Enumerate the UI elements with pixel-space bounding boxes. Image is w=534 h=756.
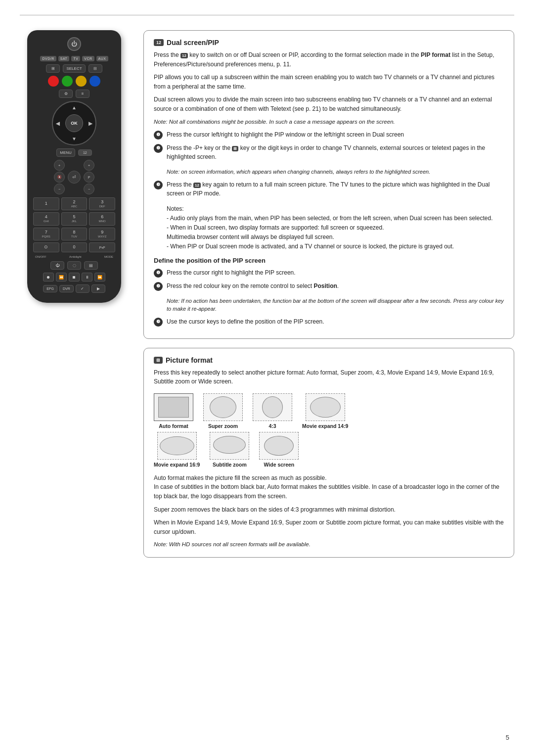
- yellow-button[interactable]: [76, 76, 87, 87]
- define-step-3: ❸ Use the cursor keys to define the posi…: [154, 317, 504, 327]
- rewind-btn[interactable]: ⏪: [56, 273, 67, 282]
- dpad-up[interactable]: ▲: [72, 105, 77, 110]
- step-2: ❷ Press the -P+ key or the ⊞ key or the …: [154, 143, 504, 176]
- menu-button[interactable]: MENU: [56, 148, 75, 157]
- vol-down[interactable]: −: [54, 184, 65, 194]
- source-tv[interactable]: TV: [71, 56, 80, 61]
- dual-screen-title-text: Dual screen/PIP: [167, 39, 219, 47]
- epg-btn[interactable]: ⊟: [89, 64, 102, 73]
- check-btn[interactable]: ✓: [76, 284, 89, 293]
- dpad: OK ▲ ▼ ◀ ▶: [52, 101, 96, 145]
- notes-title: Notes:: [167, 205, 184, 212]
- num-2[interactable]: 2 ABC: [61, 197, 88, 210]
- browse-btn[interactable]: ⚙: [59, 90, 73, 98]
- vol-up[interactable]: +: [54, 160, 65, 171]
- num-1[interactable]: 1: [33, 197, 59, 210]
- num-9[interactable]: 9 WXYZ: [89, 228, 115, 240]
- note-line-1: - Audio only plays from the main, when P…: [167, 215, 492, 222]
- step-2-note: Note: on screen information, which appea…: [167, 168, 430, 176]
- source-dvdr[interactable]: DVD/R: [40, 56, 56, 61]
- format-row-2: Movie expand 16:9 Subtitle zoom: [154, 432, 504, 468]
- format-movie-169-label: Movie expand 16:9: [154, 462, 200, 468]
- epg2-btn[interactable]: EPG: [43, 285, 57, 292]
- format-wide-screen-label: Wide screen: [264, 462, 294, 468]
- picture-format-para3: Super zoom removes the black bars on the…: [154, 505, 504, 515]
- format-movie-149-label: Movie expand 14:9: [302, 423, 348, 429]
- page-container: ⏻ DVD/R SAT TV VCR AUX ⊞ SELECT ⊟: [0, 0, 534, 756]
- source-aux[interactable]: AUX: [96, 56, 108, 61]
- red-button[interactable]: [48, 76, 59, 87]
- num-4[interactable]: 4 GHI: [33, 212, 59, 225]
- blue-button[interactable]: [89, 76, 100, 87]
- ffwd-btn[interactable]: ⏩: [94, 273, 105, 282]
- num-cc[interactable]: ⊙: [33, 242, 59, 252]
- dpad-left[interactable]: ◀: [56, 121, 60, 126]
- picture-format-box: ⊞ Picture format Press this key repeated…: [143, 348, 514, 558]
- color-buttons-row: [48, 76, 100, 87]
- numpad: 1 2 ABC 3 DEF 4 GHI: [33, 197, 115, 252]
- define-step-2-num: ❷: [154, 282, 163, 291]
- define-step-2-text: Press the red colour key on the remote c…: [167, 282, 339, 291]
- record-btn[interactable]: ⏺: [43, 273, 54, 282]
- power-button[interactable]: ⏻: [67, 37, 81, 51]
- num-0[interactable]: 0: [61, 242, 88, 252]
- picture-format-title-text: Picture format: [166, 356, 213, 364]
- dpad-down[interactable]: ▼: [72, 136, 77, 142]
- step-1: ❶ Press the cursor left/right to highlig…: [154, 130, 504, 140]
- num-8[interactable]: 8 TUV: [61, 228, 88, 240]
- mode-btn[interactable]: ▤: [84, 261, 98, 270]
- ok-button[interactable]: OK: [65, 114, 83, 132]
- ch-label: P: [84, 172, 94, 183]
- transport-row: ⏺ ⏪ ⏹ ⏸ ⏩: [43, 273, 105, 282]
- define-step-3-text: Use the cursor keys to define the positi…: [167, 317, 324, 327]
- ch-down[interactable]: −: [84, 184, 94, 194]
- pip-button[interactable]: 12: [78, 149, 92, 156]
- select-btn[interactable]: SELECT: [63, 64, 85, 73]
- page-number: 5: [506, 734, 509, 741]
- picture-format-para1: Press this key repeatedly to select anot…: [154, 368, 504, 386]
- note-line-3: Multimedia browser content will always b…: [167, 234, 334, 240]
- pause-btn[interactable]: ⏸: [82, 273, 92, 282]
- num-5[interactable]: 5 JKL: [61, 212, 88, 225]
- format-movie-169: Movie expand 16:9: [154, 432, 200, 468]
- dual-screen-title: 12 Dual screen/PIP: [154, 39, 504, 47]
- source-vcr[interactable]: VCR: [82, 56, 94, 61]
- on-off-label: ON/OFF: [35, 255, 46, 258]
- ambi-btn[interactable]: ◌: [67, 261, 81, 270]
- source-sat[interactable]: SAT: [58, 56, 70, 61]
- dpad-right[interactable]: ▶: [89, 121, 92, 126]
- guide-btn[interactable]: ≡: [76, 90, 89, 98]
- dvr2-btn[interactable]: DVR: [59, 285, 74, 292]
- num-3[interactable]: 3 DEF: [89, 197, 115, 210]
- format-subtitle-zoom-label: Subtitle zoom: [213, 462, 247, 468]
- dpad-outer: OK ▲ ▼ ◀ ▶: [52, 101, 96, 145]
- green-button[interactable]: [62, 76, 73, 87]
- define-step-3-num: ❸: [154, 318, 163, 327]
- play-btn[interactable]: ▶: [91, 284, 105, 293]
- ch-up[interactable]: +: [84, 160, 94, 171]
- back-btn[interactable]: ⏎: [68, 171, 81, 184]
- mute-btn[interactable]: 🔇: [54, 172, 65, 183]
- remote-control: ⏻ DVD/R SAT TV VCR AUX ⊞ SELECT ⊟: [27, 30, 121, 303]
- dual-screen-para3: Dual screen allows you to divide the mai…: [154, 95, 504, 113]
- format-super-zoom-label: Super zoom: [208, 423, 238, 429]
- define-pip-steps: ❶ Press the cursor right to highlight th…: [154, 268, 504, 327]
- browse-row: ⚙ ≡: [33, 90, 115, 98]
- ambilight-label: Ambilight: [69, 255, 82, 258]
- bottom-label-row: ON/OFF Ambilight MODE: [33, 255, 115, 258]
- source-input-btn[interactable]: ⊞: [46, 64, 60, 73]
- step-3-text: Press the 12 key again to return to a fu…: [167, 180, 504, 198]
- define-step-2: ❷ Press the red colour key on the remote…: [154, 282, 504, 313]
- step-1-text: Press the cursor left/right to highlight…: [167, 130, 404, 140]
- picture-format-para2: Auto format makes the picture fill the s…: [154, 473, 504, 501]
- on-off-btn[interactable]: ⏻: [50, 261, 64, 270]
- step-3: ❸ Press the 12 key again to return to a …: [154, 180, 504, 252]
- dual-screen-para1: Press the 12 key to switch on or off Dua…: [154, 50, 504, 69]
- define-step-1-num: ❶: [154, 269, 163, 278]
- num-6[interactable]: 6 MNO: [89, 212, 115, 225]
- step-3-notes: Notes: - Audio only plays from the main,…: [167, 204, 492, 252]
- num-7[interactable]: 7 PQRS: [33, 228, 59, 240]
- stop-btn[interactable]: ⏹: [69, 273, 80, 282]
- num-pip[interactable]: P•P: [89, 242, 115, 252]
- define-pip-title: Define the position of the PIP screen: [154, 257, 504, 264]
